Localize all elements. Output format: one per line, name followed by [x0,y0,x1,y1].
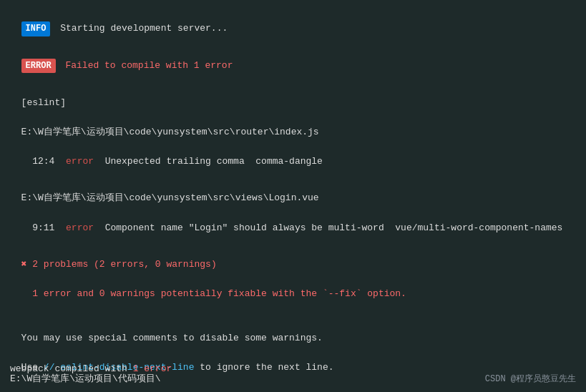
error-badge-line: ERROR Failed to compile with 1 error [10,44,576,74]
hint-text-2b: to ignore the next line. [194,362,333,373]
info-text: Starting development server... [54,23,228,34]
problems-text-1: ✖ 2 problems (2 errors, 0 warnings) [21,259,217,270]
error-label-2: error [66,222,94,233]
problems-text-2: 1 error and 0 warnings potentially fixab… [21,288,406,299]
spacer-6 [10,309,576,316]
spacer-3 [10,170,576,177]
spacer-4 [10,236,576,243]
watermark: CSDN @程序员憨豆先生 [485,373,576,386]
eslint-error-prefix-2: 9:11 [21,222,66,233]
partial-path-text: E:\W自学笔库\运动项目\代码项目\ [10,373,161,384]
spacer-2 [10,74,576,81]
watermark-text: CSDN @程序员憨豆先生 [485,374,576,384]
info-line: INFO Starting development server... [10,7,576,36]
partial-path-line: E:\W自学笔库\运动项目\代码项目\ [10,372,161,386]
eslint-header-label-1: [eslint] [21,97,66,108]
info-badge: INFO [21,21,51,36]
error-label-1: error [66,156,94,167]
spacer-1 [10,37,576,44]
eslint-error-2: 9:11 error Component name "Login" should… [10,207,576,235]
problems-line-1: ✖ 2 problems (2 errors, 0 warnings) [10,243,576,272]
error-text: Failed to compile with 1 error [60,60,233,71]
eslint-error-prefix-1: 12:4 [21,156,66,167]
eslint-file-path-2: E:\W自学笔库\运动项目\code\yunsystem\src\views\L… [21,192,319,203]
eslint-error-msg-2: Component name "Login" should always be … [94,222,562,233]
problems-line-2: 1 error and 0 warnings potentially fixab… [10,273,576,301]
eslint-file-2: E:\W自学笔库\运动项目\code\yunsystem\src\views\L… [10,177,576,205]
eslint-header-1: [eslint] [10,81,576,109]
spacer-5 [10,302,576,309]
eslint-error-1: 12:4 error Unexpected trailing comma com… [10,140,576,169]
eslint-file-1: E:\W自学笔库\运动项目\code\yunsystem\src\router\… [10,111,576,139]
eslint-file-path-1: E:\W自学笔库\运动项目\code\yunsystem\src\router\… [21,127,319,137]
eslint-error-msg-1: Unexpected trailing comma comma-dangle [94,156,323,167]
error-badge: ERROR [21,59,56,74]
hint-text-1: You may use special comments to disable … [21,333,323,343]
hint-line-1: You may use special comments to disable … [10,316,576,345]
